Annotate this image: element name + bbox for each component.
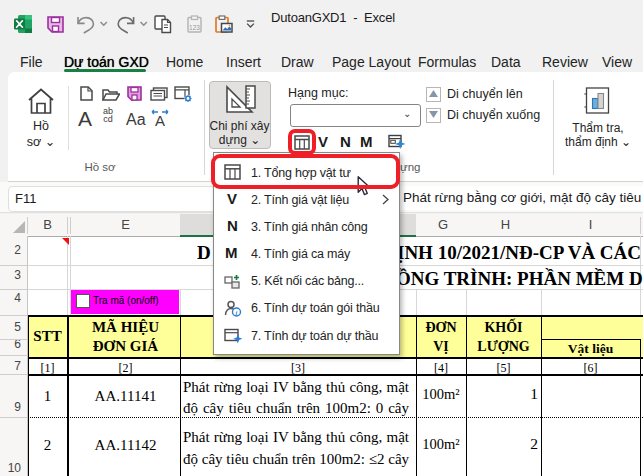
- svg-text:A: A: [155, 112, 165, 128]
- svg-text:123: 123: [189, 24, 200, 31]
- svg-text:i: i: [236, 309, 238, 316]
